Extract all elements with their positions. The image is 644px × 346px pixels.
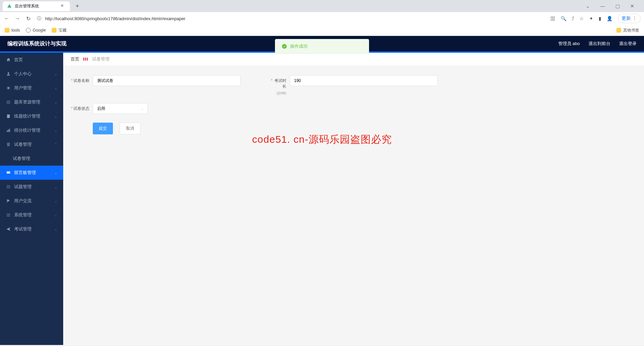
file-icon <box>6 114 11 119</box>
sidebar-item-system-mgmt[interactable]: 系统管理 ⌄ <box>0 208 63 222</box>
duration-input[interactable] <box>290 75 438 86</box>
folder-icon <box>52 28 56 33</box>
close-window-icon[interactable]: ✕ <box>627 3 637 9</box>
profile-icon[interactable]: 👤 <box>607 16 612 21</box>
sidebar-item-question-bank[interactable]: 题库资源管理 ⌄ <box>0 95 63 109</box>
watermark-text: code51. cn-源码乐园盗图必究 <box>252 133 392 146</box>
vue-icon <box>7 3 12 9</box>
new-tab-button[interactable]: + <box>73 1 82 11</box>
chevron-down-icon: ⌄ <box>54 199 57 203</box>
breadcrumb-current: 试卷管理 <box>92 56 110 62</box>
window-controls: ⌄ — ▢ ✕ <box>583 3 641 9</box>
window-dropdown-icon[interactable]: ⌄ <box>583 3 593 9</box>
sidebar-item-user-mgmt[interactable]: 用户管理 ⌄ <box>0 81 63 95</box>
back-button[interactable]: ← <box>3 15 10 22</box>
key-icon[interactable]: ⚿ <box>551 16 555 21</box>
status-value: 启用 <box>97 106 105 112</box>
list-icon <box>6 213 11 217</box>
form-area: 试卷名称 考试时长 (分钟) 试卷状态 启用 ⌄ <box>63 66 644 144</box>
svg-point-2 <box>8 87 9 89</box>
chevron-down-icon: ⌄ <box>141 107 144 111</box>
sidebar-item-home[interactable]: 首页 <box>0 53 63 67</box>
home-icon <box>6 57 11 62</box>
tab-title: 后台管理系统 <box>15 3 39 9</box>
cancel-button[interactable]: 取消 <box>120 123 140 134</box>
share-icon[interactable]: ⤴ <box>572 16 574 21</box>
paper-name-label: 试卷名称 <box>71 75 89 84</box>
form-row: 试卷名称 考试时长 (分钟) <box>71 75 637 96</box>
nav-icons: ⚿ 🔍 ⤴ ☆ ✦ ▮ 👤 更新⋮ <box>551 14 641 23</box>
star-icon[interactable]: ☆ <box>579 16 584 21</box>
sidebar-item-practice-stats[interactable]: 练题统计管理 ⌄ <box>0 109 63 123</box>
zoom-icon[interactable]: 🔍 <box>561 16 566 21</box>
bookmark-google[interactable]: Google <box>26 28 46 33</box>
breadcrumb-home[interactable]: 首页 <box>71 56 79 62</box>
close-tab-icon[interactable]: ✕ <box>61 3 66 9</box>
sidebar-item-paper-mgmt[interactable]: 试卷管理 ⌃ <box>0 137 63 152</box>
maximize-icon[interactable]: ▢ <box>612 3 622 9</box>
chevron-down-icon: ⌄ <box>54 227 57 231</box>
app-title: 编程训练系统设计与实现 <box>7 40 67 47</box>
list-icon <box>6 184 11 189</box>
send-icon <box>6 227 11 231</box>
success-toast: ✓ 操作成功 <box>275 39 369 54</box>
bookmark-treasure[interactable]: 宝藏 <box>52 28 67 33</box>
check-icon: ✓ <box>282 44 287 49</box>
header-right: 管理员 abo 退出到前台 退出登录 <box>558 41 637 47</box>
bookmark-other[interactable]: 其他书签 <box>616 28 639 33</box>
sidebar-sub-paper-mgmt[interactable]: 试卷管理 <box>0 152 63 166</box>
duration-label: 考试时长 (分钟) <box>268 75 286 96</box>
to-front-link[interactable]: 退出到前台 <box>589 41 610 47</box>
svg-rect-5 <box>8 130 9 132</box>
sidebar-item-user-comm[interactable]: 用户交流 ⌄ <box>0 194 63 208</box>
chevron-down-icon: ⌄ <box>54 115 57 118</box>
form-group-paper-name: 试卷名称 <box>71 75 241 96</box>
sidebar-item-personal[interactable]: 个人中心 ⌄ <box>0 67 63 81</box>
chevron-down-icon: ⌄ <box>54 100 57 104</box>
list-icon <box>6 100 11 104</box>
url-bar[interactable]: ⓘ http://localhost:8080/springbootx1786/… <box>36 15 547 22</box>
globe-icon <box>26 28 31 33</box>
browser-chrome: 后台管理系统 ✕ + ⌄ — ▢ ✕ ← → ↻ ⓘ http://localh… <box>0 0 644 36</box>
sidebar-item-score-stats[interactable]: 得分统计管理 ⌄ <box>0 123 63 137</box>
reload-button[interactable]: ↻ <box>25 15 32 22</box>
browser-tab[interactable]: 后台管理系统 ✕ <box>3 1 70 11</box>
bookmark-tools[interactable]: tools <box>5 28 20 33</box>
chevron-down-icon: ⌄ <box>54 72 57 76</box>
users-icon <box>6 86 11 90</box>
info-icon[interactable]: ⓘ <box>36 15 42 22</box>
admin-link[interactable]: 管理员 abo <box>558 41 580 47</box>
folder-icon <box>616 28 621 33</box>
chevron-down-icon: ⌄ <box>54 185 57 189</box>
form-group-status: 试卷状态 启用 ⌄ <box>71 103 148 114</box>
logout-link[interactable]: 退出登录 <box>619 41 637 47</box>
extension-icon[interactable]: ✦ <box>589 16 593 21</box>
nav-bar: ← → ↻ ⓘ http://localhost:8080/springboot… <box>0 12 644 25</box>
svg-rect-4 <box>7 130 7 132</box>
minimize-icon[interactable]: — <box>598 3 608 9</box>
svg-rect-7 <box>7 143 10 146</box>
submit-button[interactable]: 提交 <box>93 123 113 134</box>
paper-icon <box>6 142 11 147</box>
main-content: 首页 试卷管理 试卷名称 考试时长 (分钟) <box>63 53 644 345</box>
form-row: 试卷状态 启用 ⌄ <box>71 103 637 114</box>
forward-button[interactable]: → <box>14 15 21 22</box>
svg-rect-6 <box>9 129 10 132</box>
app-body: 首页 个人中心 ⌄ 用户管理 ⌄ 题库资源管理 ⌄ 练题统计管理 ⌄ 得分统计管… <box>0 53 644 345</box>
toast-text: 操作成功 <box>290 43 308 49</box>
sidebar-item-question-mgmt[interactable]: 试题管理 ⌄ <box>0 180 63 194</box>
status-select[interactable]: 启用 ⌄ <box>93 103 148 114</box>
bookmark-bar: tools Google 宝藏 其他书签 <box>0 25 644 36</box>
folder-icon <box>5 28 9 33</box>
sidebar-item-message-board[interactable]: 留言板管理 ⌄ <box>0 166 63 180</box>
sidebar-icon[interactable]: ▮ <box>599 16 601 21</box>
breadcrumb-separator-icon <box>83 57 89 61</box>
form-group-duration: 考试时长 (分钟) <box>268 75 438 96</box>
update-button[interactable]: 更新⋮ <box>618 14 641 23</box>
paper-name-input[interactable] <box>93 75 241 86</box>
sidebar-item-exam-mgmt[interactable]: 考试管理 ⌄ <box>0 222 63 236</box>
chevron-up-icon: ⌃ <box>54 143 57 146</box>
breadcrumb: 首页 试卷管理 <box>63 53 644 66</box>
chart-icon <box>6 128 11 133</box>
sidebar: 首页 个人中心 ⌄ 用户管理 ⌄ 题库资源管理 ⌄ 练题统计管理 ⌄ 得分统计管… <box>0 53 63 345</box>
